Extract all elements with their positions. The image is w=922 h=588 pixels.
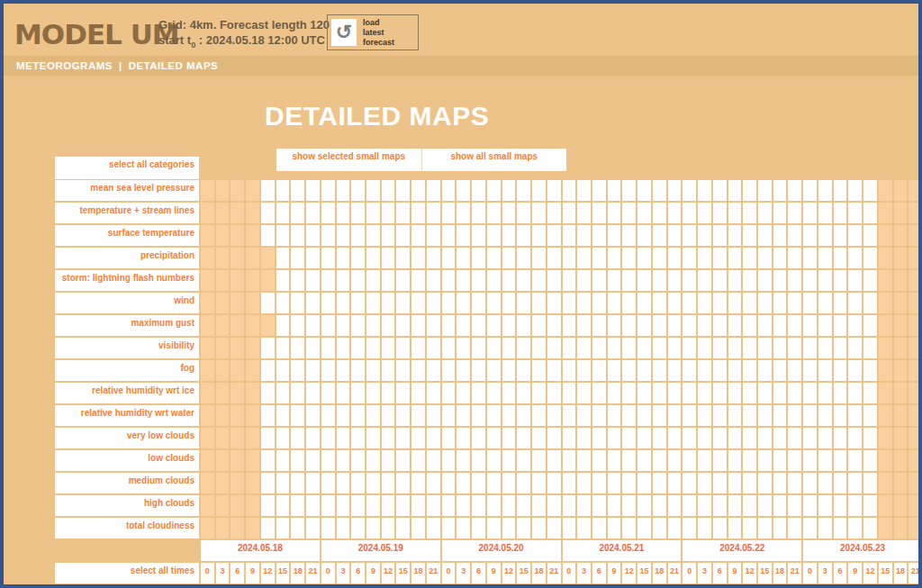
map-time-cell[interactable] [411, 428, 425, 448]
map-time-cell[interactable] [713, 495, 727, 516]
map-time-cell[interactable] [442, 428, 456, 448]
date-header-button[interactable]: 2024.05.23 [803, 540, 922, 561]
map-time-cell[interactable] [321, 405, 335, 426]
map-time-cell[interactable] [502, 293, 516, 313]
map-time-cell[interactable] [291, 495, 304, 516]
map-time-cell[interactable] [834, 428, 847, 448]
map-time-cell[interactable] [321, 428, 335, 448]
map-time-cell[interactable] [547, 248, 561, 268]
map-time-cell[interactable] [291, 293, 304, 313]
map-time-cell[interactable] [713, 428, 727, 448]
map-time-cell[interactable] [366, 473, 380, 493]
map-time-cell[interactable] [487, 360, 501, 381]
map-time-cell[interactable] [291, 383, 304, 403]
map-time-cell[interactable] [698, 270, 711, 291]
map-time-cell[interactable] [682, 293, 696, 313]
map-time-cell[interactable] [622, 248, 636, 268]
map-time-cell[interactable] [442, 405, 456, 426]
map-time-cell[interactable] [818, 293, 832, 313]
map-time-cell[interactable] [442, 450, 456, 471]
time-header-button[interactable]: 21 [547, 563, 561, 583]
map-time-cell[interactable] [411, 360, 425, 381]
map-time-cell[interactable] [532, 405, 546, 426]
map-time-cell[interactable] [713, 293, 727, 313]
map-time-cell[interactable] [382, 450, 395, 471]
map-time-cell[interactable] [592, 315, 606, 336]
map-time-cell[interactable] [472, 225, 485, 246]
map-time-cell[interactable] [863, 248, 877, 268]
map-time-cell[interactable] [668, 495, 682, 516]
map-time-cell[interactable] [276, 518, 290, 538]
map-time-cell[interactable] [517, 518, 530, 538]
map-time-cell[interactable] [637, 248, 651, 268]
map-time-cell[interactable] [563, 225, 576, 246]
map-time-cell[interactable] [291, 180, 304, 201]
map-time-cell[interactable] [442, 383, 456, 403]
map-time-cell[interactable] [366, 180, 380, 201]
map-time-cell[interactable] [547, 450, 561, 471]
map-time-cell[interactable] [563, 450, 576, 471]
map-time-cell[interactable] [261, 338, 275, 358]
map-time-cell[interactable] [728, 203, 742, 223]
map-time-cell[interactable] [276, 495, 290, 516]
time-header-button[interactable]: 6 [592, 563, 606, 583]
map-time-cell[interactable] [411, 405, 425, 426]
map-time-cell[interactable] [382, 315, 395, 336]
map-time-cell[interactable] [532, 203, 546, 223]
map-time-cell[interactable] [351, 338, 365, 358]
map-time-cell[interactable] [366, 383, 380, 403]
map-time-cell[interactable] [396, 225, 410, 246]
date-header-button[interactable]: 2024.05.19 [321, 540, 440, 561]
map-time-cell[interactable] [261, 428, 275, 448]
map-time-cell[interactable] [758, 338, 772, 358]
map-time-cell[interactable] [863, 450, 877, 471]
map-time-cell[interactable] [351, 225, 365, 246]
map-time-cell[interactable] [456, 203, 470, 223]
map-time-cell[interactable] [682, 405, 696, 426]
map-time-cell[interactable] [682, 338, 696, 358]
map-time-cell[interactable] [382, 428, 395, 448]
map-time-cell[interactable] [818, 248, 832, 268]
map-time-cell[interactable] [743, 383, 756, 403]
map-time-cell[interactable] [622, 293, 636, 313]
map-time-cell[interactable] [502, 180, 516, 201]
map-time-cell[interactable] [411, 315, 425, 336]
map-time-cell[interactable] [261, 180, 275, 201]
map-time-cell[interactable] [276, 428, 290, 448]
map-time-cell[interactable] [653, 180, 666, 201]
map-time-cell[interactable] [532, 473, 546, 493]
map-time-cell[interactable] [622, 473, 636, 493]
map-time-cell[interactable] [396, 315, 410, 336]
map-time-cell[interactable] [863, 428, 877, 448]
map-time-cell[interactable] [321, 518, 335, 538]
map-time-cell[interactable] [502, 405, 516, 426]
map-time-cell[interactable] [682, 315, 696, 336]
date-header-button[interactable]: 2024.05.21 [563, 540, 682, 561]
map-time-cell[interactable] [427, 270, 440, 291]
map-time-cell[interactable] [758, 315, 772, 336]
map-time-cell[interactable] [291, 518, 304, 538]
map-time-cell[interactable] [366, 248, 380, 268]
map-time-cell[interactable] [547, 405, 561, 426]
map-time-cell[interactable] [863, 360, 877, 381]
map-time-cell[interactable] [261, 473, 275, 493]
map-time-cell[interactable] [261, 203, 275, 223]
map-time-cell[interactable] [532, 518, 546, 538]
map-time-cell[interactable] [472, 338, 485, 358]
category-label-button[interactable]: storm: lightning flash numbers [55, 270, 199, 291]
map-time-cell[interactable] [713, 518, 727, 538]
map-time-cell[interactable] [637, 450, 651, 471]
map-time-cell[interactable] [276, 405, 290, 426]
map-time-cell[interactable] [472, 270, 485, 291]
map-time-cell[interactable] [622, 450, 636, 471]
map-time-cell[interactable] [743, 293, 756, 313]
map-time-cell[interactable] [577, 315, 591, 336]
category-label-button[interactable]: precipitation [55, 248, 199, 268]
map-time-cell[interactable] [653, 518, 666, 538]
map-time-cell[interactable] [682, 180, 696, 201]
map-time-cell[interactable] [818, 450, 832, 471]
map-time-cell[interactable] [382, 360, 395, 381]
map-time-cell[interactable] [396, 495, 410, 516]
map-time-cell[interactable] [668, 203, 682, 223]
map-time-cell[interactable] [758, 225, 772, 246]
